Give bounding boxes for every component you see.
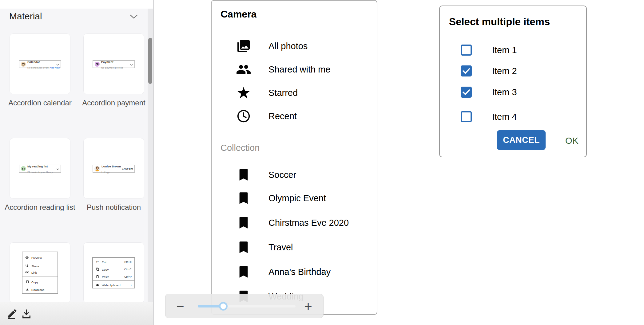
menu-divider [22, 276, 58, 276]
eye-icon [25, 256, 29, 260]
photo-library-icon [236, 34, 252, 58]
ok-button[interactable]: OK [560, 135, 584, 147]
zoom-toolbar: − + [165, 294, 324, 318]
material-section-title: Material [9, 11, 42, 22]
menu-item-starred[interactable]: ★ Starred [212, 81, 377, 104]
zoom-in-button[interactable]: + [301, 294, 315, 319]
collection-item-annas-birthday[interactable]: Anna's Birthday [212, 260, 377, 284]
avatar [94, 166, 100, 171]
collection-item-olympic-event[interactable]: Olympic Event [212, 186, 377, 210]
scrollbar-thumb[interactable] [148, 38, 152, 84]
thumbnail-caption: Accordion calendar [3, 98, 77, 108]
clipboard-menu-widget: ✂ Cut Ctrl+X Copy Ctrl+C Paste Ctrl+P We… [92, 257, 135, 288]
menu-item-label: Paste [102, 275, 109, 279]
scissors-icon: ✂ [95, 260, 100, 264]
menu-item-label: Download [31, 288, 44, 292]
menu-item-label: Copy [31, 280, 38, 284]
thumbnail-caption: Push notification [77, 202, 151, 213]
download-button[interactable] [20, 307, 33, 320]
notification-time: 17:00 pm [122, 167, 133, 170]
widget-subtitle: No payment profiles [101, 66, 123, 69]
menu-item-shared-with-me[interactable]: Shared with me [212, 58, 377, 81]
notification-name: Louise Brown [101, 165, 121, 168]
menu-item-label: Preview [31, 256, 42, 260]
zoom-out-button[interactable]: − [173, 294, 187, 319]
menu-item-label: Cut [102, 260, 106, 264]
dialog-row-item-2: Item 2 [440, 65, 586, 77]
menu-shortcut: Ctrl+P [124, 275, 132, 278]
person-add-icon [25, 264, 29, 268]
download-icon [21, 308, 32, 319]
accordion-payment-widget: Payment No payment profiles [93, 60, 135, 68]
menu-item-label: Copy [102, 268, 109, 271]
widget-subtitle: 21 books in your library [27, 171, 53, 174]
thumbnail-caption: Accordion reading list [3, 202, 77, 213]
clipboard-icon [95, 275, 100, 279]
camera-panel: Camera All photos Shared with me ★ Starr… [211, 0, 377, 315]
section-divider [212, 134, 377, 134]
widget-title: Payment [101, 60, 113, 64]
download-icon [25, 288, 29, 292]
bookmark-icon [236, 186, 252, 210]
chevron-down-icon [130, 61, 133, 67]
widget-title: Calendar [27, 60, 40, 64]
check-icon [462, 89, 470, 96]
push-notification-widget: Louise Brown Let's go 17:00 pm [93, 165, 135, 173]
zoom-slider-thumb[interactable] [219, 302, 228, 311]
notification-message: Let's go [101, 171, 110, 174]
dialog-row-item-4: Item 4 [440, 111, 586, 123]
checkbox-item-3[interactable] [461, 87, 472, 98]
collection-header: Collection [221, 143, 260, 153]
menu-item-recent[interactable]: Recent [212, 104, 377, 128]
checkbox-item-2[interactable] [461, 65, 472, 76]
chevron-down-icon [56, 166, 59, 171]
collection-item-chirstmas-eve[interactable]: Chirstmas Eve 2020 [212, 211, 377, 234]
edit-button[interactable] [6, 307, 18, 320]
copy-icon [95, 268, 100, 272]
collection-item-soccer[interactable]: Soccer [212, 163, 377, 186]
menu-item-label: Web clipboard [102, 284, 121, 287]
menu-item-label: Share [31, 264, 39, 268]
cloud-icon [95, 284, 100, 287]
checkbox-item-1[interactable] [461, 45, 472, 56]
calendar-icon [21, 62, 26, 67]
collection-item-travel[interactable]: Travel [212, 236, 377, 259]
bookmark-icon [236, 260, 252, 284]
context-menu-widget: Preview Share Link Copy Download [22, 252, 58, 294]
material-sidebar: Material Calendar No scheduled event Add… [0, 0, 154, 325]
dialog-row-item-1: Item 1 [440, 44, 586, 56]
menu-item-all-photos[interactable]: All photos [212, 34, 377, 58]
sidebar-top-strip [0, 0, 153, 9]
copy-icon [25, 280, 29, 284]
cancel-button[interactable]: CANCEL [497, 130, 546, 150]
book-icon [21, 166, 26, 171]
pencil-icon [7, 308, 18, 319]
link-icon [25, 271, 29, 274]
bookmark-icon [236, 163, 252, 186]
menu-divider [93, 280, 134, 281]
select-multiple-items-dialog: Select multiple items Item 1 Item 2 Item… [439, 6, 587, 157]
sidebar-footer [0, 302, 153, 325]
menu-item-label: Link [31, 271, 37, 274]
zoom-slider[interactable] [198, 305, 296, 307]
dialog-row-item-3: Item 3 [440, 86, 586, 98]
check-icon [462, 68, 470, 74]
menu-shortcut: Ctrl+C [124, 268, 132, 271]
menu-shortcut: Ctrl+X [124, 260, 132, 264]
accordion-calendar-widget: Calendar No scheduled event Add New [19, 60, 61, 68]
clock-icon [236, 104, 252, 128]
sidebar-scrollbar[interactable] [148, 9, 153, 302]
chevron-down-icon [56, 61, 59, 67]
chevron-right-icon: › [131, 284, 132, 287]
star-icon: ★ [236, 81, 252, 104]
thumbnail-caption: Accordion payment [77, 98, 151, 108]
camera-panel-title: Camera [221, 9, 256, 20]
bookmark-icon [236, 211, 252, 234]
bookmark-icon [236, 236, 252, 259]
accordion-reading-widget: My reading list 21 books in your library [19, 165, 61, 173]
checkbox-item-4[interactable] [461, 111, 472, 122]
chevron-down-icon[interactable] [130, 14, 138, 20]
widget-title: My reading list [27, 165, 48, 168]
dialog-title: Select multiple items [449, 16, 550, 28]
widget-subtitle: No scheduled event Add New [27, 66, 60, 69]
